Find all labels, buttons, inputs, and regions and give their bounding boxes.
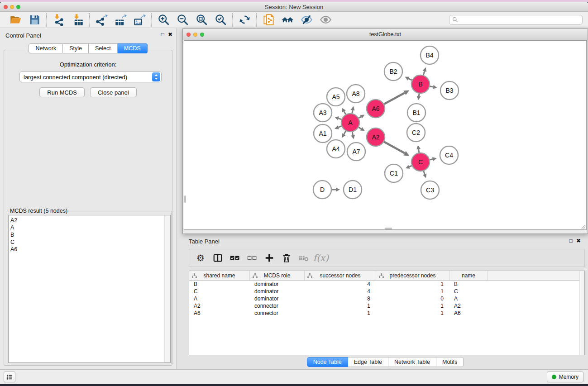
export-table-icon[interactable] [114, 13, 127, 27]
table-cell[interactable]: dominator [250, 281, 305, 288]
import-table-icon[interactable] [71, 13, 84, 27]
column-header-shared-name[interactable]: shared name [189, 271, 250, 280]
mcds-result-item[interactable]: B [9, 231, 164, 238]
refresh-icon[interactable] [238, 13, 251, 27]
table-cell[interactable]: 1 [376, 310, 449, 317]
node-table[interactable]: shared nameMCDS rolesuccessor nodesprede… [189, 271, 585, 355]
home-icon[interactable] [281, 13, 294, 27]
title-bar[interactable]: Session: New Session [0, 2, 588, 12]
edge-A-A5[interactable] [344, 111, 346, 114]
table-cell[interactable]: 4 [305, 288, 376, 295]
float-panel-icon[interactable]: □ [161, 31, 164, 38]
table-row[interactable]: A6connector11A6 [189, 310, 584, 317]
zoom-fit-icon[interactable] [195, 13, 208, 27]
edge-B-B2[interactable] [409, 79, 412, 80]
edge-A-A6[interactable] [359, 117, 361, 118]
delete-column-icon[interactable] [279, 251, 294, 265]
table-cell[interactable]: 1 [305, 310, 376, 317]
table-cell[interactable]: 1 [305, 302, 376, 310]
table-cell[interactable]: A6 [189, 310, 250, 317]
edge-C-C1[interactable] [409, 166, 412, 167]
edge-B-B3[interactable] [430, 86, 433, 87]
export-network-icon[interactable] [95, 13, 108, 27]
table-cell[interactable]: 8 [305, 295, 376, 302]
table-row[interactable]: Cdominator41C [189, 288, 584, 295]
memory-button[interactable]: Memory [547, 372, 583, 382]
table-cell[interactable]: 0 [376, 295, 449, 302]
network-file-icon[interactable] [262, 13, 275, 27]
open-file-icon[interactable] [9, 13, 22, 27]
mcds-result-item[interactable]: A2 [9, 217, 164, 224]
edge-A2-C[interactable] [384, 142, 405, 153]
mcds-list-scrollbar[interactable] [164, 215, 170, 362]
table-scrollbar[interactable] [579, 271, 584, 355]
table-cell[interactable]: 1 [376, 288, 449, 295]
zoom-selected-icon[interactable] [214, 13, 227, 27]
table-cell[interactable]: A6 [449, 310, 488, 317]
table-cell[interactable]: 1 [376, 302, 449, 310]
tab-style[interactable]: Style [63, 43, 89, 53]
tab-network-table[interactable]: Network Table [388, 357, 436, 367]
table-cell[interactable]: connector [250, 310, 305, 317]
canvas-vertical-scroll-thumb[interactable] [184, 195, 186, 203]
table-row[interactable]: Bdominator41B [189, 281, 584, 288]
edge-C-C3[interactable] [424, 171, 425, 174]
search-box[interactable] [449, 15, 583, 25]
column-header-successor-nodes[interactable]: successor nodes [305, 271, 376, 280]
save-session-icon[interactable] [28, 13, 41, 27]
close-panel-button[interactable]: Close panel [90, 87, 137, 97]
gear-icon[interactable]: ⚙ [193, 251, 208, 265]
tab-edge-table[interactable]: Edge Table [348, 357, 388, 367]
tab-mcds[interactable]: MCDS [118, 43, 148, 53]
eye-icon[interactable] [319, 13, 332, 27]
edge-B-B1[interactable] [419, 94, 419, 96]
deselect-all-icon[interactable] [244, 251, 260, 265]
tab-motifs[interactable]: Motifs [436, 357, 464, 367]
tab-node-table[interactable]: Node Table [307, 357, 348, 367]
table-cell[interactable]: B [449, 281, 488, 288]
tab-select[interactable]: Select [89, 43, 118, 53]
zoom-out-icon[interactable] [176, 13, 189, 27]
column-header-MCDS-role[interactable]: MCDS role [250, 271, 305, 280]
network-window-titlebar[interactable]: testGlobe.txt [183, 29, 588, 40]
edge-C-C4[interactable] [430, 159, 433, 160]
edge-A-A7[interactable] [352, 132, 353, 135]
table-cell[interactable]: connector [250, 302, 305, 310]
table-row[interactable]: Adominator80A [189, 295, 584, 302]
table-float-panel-icon[interactable]: □ [569, 238, 573, 244]
table-cell[interactable]: dominator [250, 295, 305, 302]
mcds-result-item[interactable]: C [9, 238, 164, 246]
edge-A-A8[interactable] [352, 110, 353, 113]
table-cell[interactable]: C [449, 288, 488, 295]
table-cell[interactable]: B [189, 281, 250, 288]
table-cell[interactable]: dominator [250, 288, 305, 295]
table-cell[interactable]: A2 [189, 302, 250, 310]
close-panel-icon[interactable]: ✖ [168, 31, 172, 38]
table-cell[interactable]: A [189, 295, 250, 302]
network-canvas[interactable]: AA1A2A3A4A5A6A7A8BB1B2B3B4CC1C2C3C4DD1 [184, 40, 587, 230]
edge-B-B4[interactable] [423, 71, 425, 75]
add-column-icon[interactable] [262, 251, 277, 265]
table-close-panel-icon[interactable]: ✖ [576, 238, 581, 244]
table-cell[interactable]: 4 [305, 281, 376, 288]
table-cell[interactable]: 1 [376, 281, 449, 288]
optimization-select[interactable]: largest connected component (directed) [19, 71, 162, 82]
split-view-icon[interactable] [210, 251, 225, 265]
column-header-predecessor-nodes[interactable]: predecessor nodes [376, 271, 449, 280]
table-row[interactable]: A2connector11A2 [189, 302, 584, 310]
mcds-result-item[interactable]: A [9, 224, 164, 231]
import-network-icon[interactable] [52, 13, 65, 27]
table-cell[interactable]: C [189, 288, 250, 295]
mcds-result-list[interactable]: A2ABCA6 [8, 215, 171, 363]
select-all-icon[interactable] [227, 251, 243, 265]
canvas-horizontal-scroll-thumb[interactable] [385, 228, 392, 229]
export-image-icon[interactable] [133, 13, 146, 27]
table-cell[interactable]: A [449, 295, 488, 302]
run-mcds-button[interactable]: Run MCDS [39, 87, 85, 97]
network-graph[interactable]: AA1A2A3A4A5A6A7A8BB1B2B3B4CC1C2C3C4DD1 [184, 41, 587, 231]
edge-A6-B[interactable] [384, 93, 404, 104]
task-monitor-button[interactable] [4, 372, 15, 382]
column-header-name[interactable]: name [449, 271, 488, 280]
table-cell[interactable]: A2 [449, 302, 488, 310]
resize-grip-icon[interactable] [580, 224, 586, 229]
